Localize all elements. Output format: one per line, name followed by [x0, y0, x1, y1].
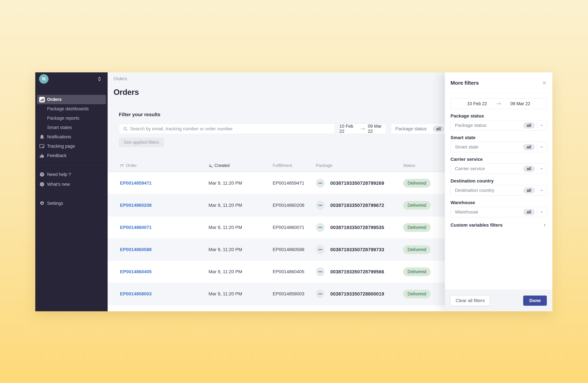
filter-label: Carrier service — [451, 157, 547, 162]
done-button[interactable]: Done — [523, 296, 547, 306]
created-cell: Mar 9, 11:20 PM — [209, 269, 273, 274]
order-link[interactable]: EP0014858003 — [120, 291, 152, 296]
all-badge: all — [523, 122, 535, 129]
sidebar-item-package-dashboards[interactable]: Package dashboards — [35, 104, 108, 114]
sidebar-item-label: Feedback — [47, 153, 67, 158]
carrier-logo-icon — [316, 179, 325, 188]
sidebar-item-settings[interactable]: Settings — [35, 198, 108, 208]
arrow-right-icon — [360, 127, 365, 130]
status-badge: Delivered — [403, 267, 431, 276]
date-from: 10 Feb 22 — [339, 124, 358, 134]
order-link[interactable]: EP0014860208 — [120, 203, 152, 208]
fulfillment-cell: EP0014860405 — [273, 269, 316, 274]
thumbs-up-icon — [39, 153, 45, 159]
gear-icon — [39, 201, 45, 206]
chevron-down-icon — [539, 145, 544, 149]
svg-text:?: ? — [41, 173, 43, 176]
sidebar-item-tracking-page[interactable]: Tracking page — [35, 142, 108, 151]
fulfillment-cell: EP0014859471 — [273, 181, 316, 186]
filter-section-warehouse: Warehouse Warehouse all — [451, 200, 547, 217]
search-input[interactable] — [130, 126, 331, 131]
chevron-right-icon — [543, 223, 547, 227]
help-circle-icon: ? — [39, 172, 45, 177]
select-placeholder: Carrier service — [455, 166, 521, 171]
created-cell: Mar 9, 11:20 PM — [209, 203, 273, 208]
see-applied-filters-button[interactable]: See applied filters — [119, 138, 164, 147]
select-divider — [537, 209, 537, 215]
chevron-down-icon — [539, 210, 544, 214]
package-status-select[interactable]: Package status all — [451, 120, 547, 131]
search-icon — [123, 126, 128, 131]
order-link[interactable]: EP0014860588 — [120, 247, 152, 252]
column-header-fulfillment[interactable]: Fulfillment — [273, 163, 316, 168]
warehouse-select[interactable]: Warehouse all — [451, 207, 547, 217]
filter-label: Destination country — [451, 178, 547, 184]
fulfillment-cell: EP0014858003 — [273, 291, 316, 297]
svg-text:i: i — [42, 183, 42, 186]
close-icon[interactable] — [542, 80, 547, 85]
date-to: 09 Mar 22 — [510, 101, 530, 106]
all-badge: all — [433, 126, 444, 132]
fulfillment-cell: EP0014860208 — [273, 203, 316, 208]
destination-country-select[interactable]: Destination country all — [451, 185, 547, 196]
chevron-down-icon — [539, 123, 544, 128]
date-from: 10 Feb 22 — [467, 101, 487, 106]
fulfillment-cell: EP0014860588 — [273, 247, 316, 252]
tracking-number: 00387193350728799269 — [330, 181, 384, 186]
sidebar-item-feedback[interactable]: Feedback — [35, 151, 108, 160]
carrier-logo-icon — [316, 267, 325, 276]
select-placeholder: Package status — [395, 126, 430, 131]
all-badge: all — [523, 144, 535, 150]
arrow-right-icon — [496, 102, 501, 105]
carrier-logo-icon — [316, 245, 325, 254]
search-box — [119, 124, 335, 134]
sidebar-divider — [35, 165, 108, 165]
sidebar-item-notifications[interactable]: Notifications — [35, 132, 108, 142]
carrier-service-select[interactable]: Carrier service all — [451, 163, 547, 174]
filter-section-destination-country: Destination country Destination country … — [451, 178, 547, 196]
status-badge: Delivered — [403, 245, 431, 254]
clear-all-filters-button[interactable]: Clear all filters — [451, 296, 490, 306]
select-placeholder: Package status — [455, 123, 521, 128]
order-link[interactable]: EP0014860071 — [120, 225, 152, 230]
app-window: N Orders Package dashboards Packag — [35, 72, 552, 311]
info-circle-icon: i — [39, 181, 45, 187]
sidebar-item-label: Need help ? — [47, 172, 71, 177]
select-divider — [537, 144, 537, 150]
sort-desc-icon — [209, 163, 213, 168]
column-header-order[interactable]: Order — [120, 163, 209, 168]
smart-state-select[interactable]: Smart state all — [451, 142, 547, 152]
panel-date-range-picker[interactable]: 10 Feb 22 09 Mar 22 — [451, 98, 547, 109]
sidebar-item-orders[interactable]: Orders — [37, 95, 106, 104]
sidebar-item-need-help[interactable]: ? Need help ? — [35, 170, 108, 179]
date-range-picker[interactable]: 10 Feb 22 09 Mar 22 — [339, 124, 386, 134]
sidebar-item-smart-states[interactable]: Smart states — [35, 123, 108, 132]
sidebar-item-label: Package dashboards — [47, 106, 89, 111]
carrier-logo-icon — [316, 289, 325, 298]
filter-section-smart-state: Smart state Smart state all — [451, 135, 547, 152]
column-header-package[interactable]: Package — [316, 163, 403, 168]
fulfillment-cell: EP0014860071 — [273, 225, 316, 230]
created-cell: Mar 9, 11:20 PM — [209, 247, 273, 252]
account-expander-icon[interactable] — [97, 76, 101, 81]
tracking-number: 00387193350728799733 — [330, 247, 384, 252]
select-placeholder: Destination country — [455, 188, 521, 193]
chevron-down-icon — [539, 167, 544, 171]
bell-icon — [39, 134, 45, 140]
order-link[interactable]: EP0014860405 — [120, 269, 152, 274]
tracking-window-icon — [39, 144, 45, 149]
filter-label: Warehouse — [451, 200, 547, 205]
sidebar-item-label: Smart states — [47, 125, 72, 130]
sidebar-item-package-reports[interactable]: Package reports — [35, 114, 108, 123]
sidebar-item-whats-new[interactable]: i What's new — [35, 179, 108, 189]
filter-label: Package status — [451, 113, 547, 119]
order-link[interactable]: EP0014859471 — [120, 181, 152, 186]
avatar[interactable]: N — [39, 74, 49, 84]
column-header-created[interactable]: Created — [209, 163, 273, 168]
sidebar-item-label: Settings — [47, 201, 63, 206]
tracking-number: 00387193350728799672 — [330, 203, 384, 208]
status-badge: Delivered — [403, 179, 431, 188]
filter-label: Smart state — [451, 135, 547, 140]
sidebar-item-label: Notifications — [47, 134, 71, 139]
custom-variables-filters[interactable]: Custom variables filters — [451, 222, 547, 229]
